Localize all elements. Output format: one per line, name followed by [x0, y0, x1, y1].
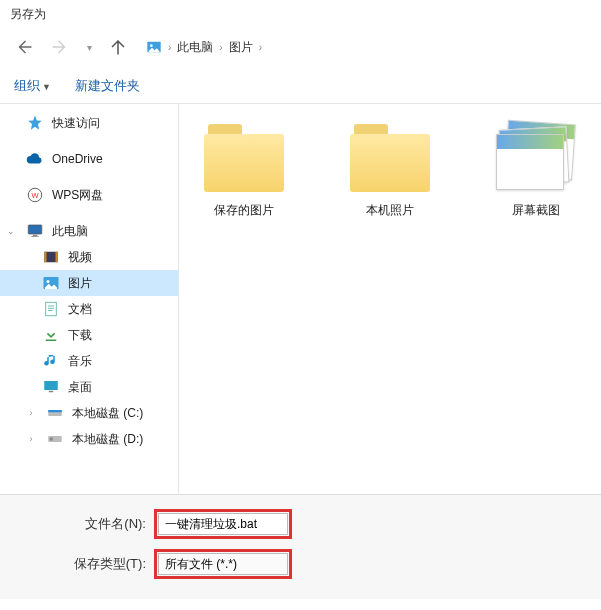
- thumbnail-stack-icon: [492, 120, 580, 192]
- chevron-down-icon: ▼: [42, 82, 51, 92]
- sidebar-item-label: 下载: [68, 327, 92, 344]
- svg-rect-15: [44, 381, 58, 390]
- svg-rect-20: [50, 438, 53, 441]
- arrow-left-icon: [15, 38, 33, 56]
- filetype-row: 保存类型(T):: [4, 549, 597, 579]
- toolbar: 组织▼ 新建文件夹: [0, 69, 601, 104]
- star-icon: [26, 114, 44, 132]
- pc-icon: [26, 222, 44, 240]
- sidebar-pictures[interactable]: 图片: [0, 270, 178, 296]
- video-icon: [42, 248, 60, 266]
- svg-rect-18: [48, 410, 62, 412]
- sidebar-music[interactable]: 音乐: [0, 348, 178, 374]
- sidebar-item-label: 桌面: [68, 379, 92, 396]
- folder-camera-roll[interactable]: 本机照片: [335, 120, 445, 219]
- breadcrumb-item[interactable]: 此电脑: [177, 39, 213, 56]
- save-fields: 文件名(N): 保存类型(T):: [0, 494, 601, 599]
- svg-point-12: [47, 280, 50, 283]
- up-button[interactable]: [104, 33, 132, 61]
- sidebar-item-label: 音乐: [68, 353, 92, 370]
- chevron-right-icon: ›: [168, 42, 171, 53]
- pictures-icon: [146, 39, 162, 55]
- sidebar-quick-access[interactable]: 快速访问: [0, 110, 178, 136]
- sidebar-item-label: 本地磁盘 (D:): [72, 431, 143, 448]
- music-icon: [42, 352, 60, 370]
- folder-label: 屏幕截图: [481, 202, 591, 219]
- wps-icon: W: [26, 186, 44, 204]
- downloads-icon: [42, 326, 60, 344]
- address-bar[interactable]: › 此电脑 › 图片 ›: [140, 37, 591, 58]
- pictures-icon: [42, 274, 60, 292]
- svg-rect-13: [46, 302, 57, 316]
- sidebar-item-label: 此电脑: [52, 223, 88, 240]
- forward-button[interactable]: [46, 33, 74, 61]
- expand-icon: ›: [26, 434, 36, 444]
- svg-rect-10: [56, 252, 58, 263]
- filetype-highlight: [154, 549, 292, 579]
- expand-icon: ›: [26, 408, 36, 418]
- nav-bar: ▾ › 此电脑 › 图片 ›: [0, 29, 601, 69]
- new-folder-button[interactable]: 新建文件夹: [75, 77, 140, 95]
- sidebar-downloads[interactable]: 下载: [0, 322, 178, 348]
- svg-point-1: [150, 44, 153, 47]
- sidebar-disk-d[interactable]: › 本地磁盘 (D:): [0, 426, 178, 452]
- svg-rect-14: [46, 340, 57, 342]
- collapse-icon: ⌄: [6, 226, 16, 236]
- filename-label: 文件名(N):: [4, 515, 154, 533]
- documents-icon: [42, 300, 60, 318]
- folder-icon: [346, 120, 434, 192]
- folder-label: 本机照片: [335, 202, 445, 219]
- arrow-right-icon: [51, 38, 69, 56]
- chevron-right-icon: ›: [219, 42, 222, 53]
- sidebar-documents[interactable]: 文档: [0, 296, 178, 322]
- cloud-icon: [26, 150, 44, 168]
- svg-rect-16: [49, 391, 54, 393]
- folder-screenshots[interactable]: 屏幕截图: [481, 120, 591, 219]
- content-area: 快速访问 OneDrive W WPS网盘 ⌄ 此电脑: [0, 104, 601, 494]
- svg-text:W: W: [31, 191, 39, 200]
- arrow-up-icon: [109, 38, 127, 56]
- sidebar-item-label: 视频: [68, 249, 92, 266]
- svg-rect-6: [33, 235, 38, 237]
- recent-dropdown[interactable]: ▾: [82, 33, 96, 61]
- folder-view[interactable]: 保存的图片 本机照片 屏幕截图: [179, 104, 601, 494]
- filename-highlight: [154, 509, 292, 539]
- back-button[interactable]: [10, 33, 38, 61]
- folder-label: 保存的图片: [189, 202, 299, 219]
- sidebar-item-label: 图片: [68, 275, 92, 292]
- sidebar-item-label: WPS网盘: [52, 187, 103, 204]
- filename-row: 文件名(N):: [4, 509, 597, 539]
- sidebar-item-label: 快速访问: [52, 115, 100, 132]
- filename-input[interactable]: [158, 513, 288, 535]
- folder-saved-pictures[interactable]: 保存的图片: [189, 120, 299, 219]
- sidebar-item-label: OneDrive: [52, 152, 103, 166]
- sidebar-onedrive[interactable]: OneDrive: [0, 146, 178, 172]
- sidebar-wps[interactable]: W WPS网盘: [0, 182, 178, 208]
- organize-label: 组织: [14, 78, 40, 93]
- svg-rect-7: [31, 236, 39, 237]
- chevron-right-icon: ›: [259, 42, 262, 53]
- drive-icon: [46, 430, 64, 448]
- organize-button[interactable]: 组织▼: [14, 77, 51, 95]
- sidebar-item-label: 本地磁盘 (C:): [72, 405, 143, 422]
- dialog-title: 另存为: [0, 0, 601, 29]
- sidebar-item-label: 文档: [68, 301, 92, 318]
- svg-rect-4: [28, 225, 42, 234]
- filetype-select[interactable]: [158, 553, 288, 575]
- folder-icon: [200, 120, 288, 192]
- breadcrumb-item[interactable]: 图片: [229, 39, 253, 56]
- sidebar-desktop[interactable]: 桌面: [0, 374, 178, 400]
- sidebar: 快速访问 OneDrive W WPS网盘 ⌄ 此电脑: [0, 104, 179, 494]
- drive-icon: [46, 404, 64, 422]
- sidebar-disk-c[interactable]: › 本地磁盘 (C:): [0, 400, 178, 426]
- svg-rect-9: [44, 252, 46, 263]
- sidebar-video[interactable]: 视频: [0, 244, 178, 270]
- desktop-icon: [42, 378, 60, 396]
- sidebar-this-pc[interactable]: ⌄ 此电脑: [0, 218, 178, 244]
- filetype-label: 保存类型(T):: [4, 555, 154, 573]
